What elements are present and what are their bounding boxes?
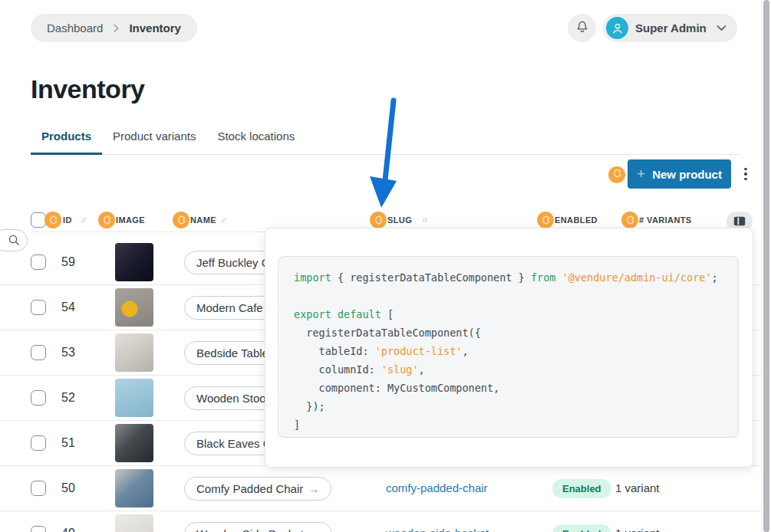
product-image[interactable] bbox=[115, 243, 153, 281]
cell-id: 53 bbox=[61, 346, 75, 360]
cell-variants: 1 variant bbox=[615, 527, 660, 532]
new-product-label: New product bbox=[652, 168, 722, 181]
code-line: registerDataTableComponent({ bbox=[294, 323, 723, 342]
component-location-badge-name[interactable] bbox=[173, 212, 189, 228]
search-icon bbox=[8, 234, 21, 247]
product-image[interactable] bbox=[115, 288, 153, 327]
chevron-right-icon bbox=[112, 24, 120, 33]
table-row: 50Comfy Padded Chair→comfy-padded-chairE… bbox=[0, 466, 771, 511]
row-checkbox[interactable] bbox=[31, 435, 46, 451]
column-header-id[interactable]: ID bbox=[63, 215, 72, 225]
code-line bbox=[294, 287, 723, 305]
cell-id: 50 bbox=[61, 481, 75, 495]
code-line: component: MyCustomComponent, bbox=[294, 379, 723, 397]
page-title: Inventory bbox=[31, 74, 145, 104]
table-row: 49Wooden Side Basket→wooden-side-basketE… bbox=[0, 511, 771, 532]
product-name-label: Modern Cafe C bbox=[196, 301, 275, 314]
product-image[interactable] bbox=[115, 333, 153, 372]
product-image[interactable] bbox=[115, 469, 153, 507]
more-actions-button[interactable] bbox=[740, 163, 752, 186]
code-line: columnId: 'slug', bbox=[294, 360, 723, 379]
tab-product-variants[interactable]: Product variants bbox=[102, 125, 206, 154]
code-line: import { registerDataTableComponent } fr… bbox=[294, 268, 723, 287]
column-header-enabled: ENABLED bbox=[555, 215, 598, 225]
row-checkbox[interactable] bbox=[31, 300, 46, 315]
column-header-variants: # VARIANTS bbox=[639, 215, 692, 225]
column-header-image: IMAGE bbox=[116, 215, 145, 225]
row-checkbox[interactable] bbox=[31, 526, 46, 532]
cell-id: 59 bbox=[61, 255, 75, 269]
product-name-label: Wooden Stool bbox=[196, 392, 269, 405]
code-popup: import { registerDataTableComponent } fr… bbox=[265, 228, 753, 468]
user-menu[interactable]: Super Admin bbox=[603, 14, 737, 42]
component-location-badge-enabled[interactable] bbox=[537, 212, 554, 228]
code-line: export default [ bbox=[294, 305, 723, 323]
tab-products[interactable]: Products bbox=[31, 125, 102, 155]
sort-icon-id[interactable]: ↓↑ bbox=[81, 215, 85, 224]
product-name-label: Jeff Buckley G bbox=[196, 256, 270, 269]
product-name-label: Comfy Padded Chair bbox=[196, 482, 303, 495]
columns-icon bbox=[733, 216, 746, 226]
row-checkbox[interactable] bbox=[31, 345, 46, 360]
product-image[interactable] bbox=[115, 424, 153, 462]
chevron-down-icon bbox=[717, 25, 727, 31]
notifications-button[interactable] bbox=[568, 14, 596, 42]
tab-stock-locations[interactable]: Stock locations bbox=[206, 125, 305, 154]
component-location-badge-image[interactable] bbox=[98, 212, 115, 228]
new-product-button[interactable]: + New product bbox=[628, 159, 731, 189]
arrow-right-icon: → bbox=[309, 528, 320, 532]
cell-id: 51 bbox=[61, 436, 75, 450]
code-block: import { registerDataTableComponent } fr… bbox=[278, 256, 739, 438]
sort-icon-name[interactable]: ↓↑ bbox=[221, 215, 226, 224]
code-line: tableId: 'product-list', bbox=[294, 342, 723, 360]
column-header-name[interactable]: NAME bbox=[190, 215, 216, 225]
product-name-label: Bedside Table bbox=[196, 346, 269, 360]
row-checkbox[interactable] bbox=[31, 390, 46, 406]
code-line: }); bbox=[294, 397, 723, 415]
breadcrumb-inventory: Inventory bbox=[129, 21, 181, 34]
status-badge: Enabled bbox=[552, 479, 611, 498]
row-checkbox[interactable] bbox=[31, 481, 46, 496]
scrollbar[interactable] bbox=[761, 0, 771, 532]
plus-icon: + bbox=[637, 166, 645, 182]
tab-bar: ProductsProduct variantsStock locations bbox=[31, 125, 740, 155]
avatar bbox=[606, 17, 628, 39]
select-all-checkbox[interactable] bbox=[31, 212, 46, 228]
breadcrumb[interactable]: Dashboard Inventory bbox=[31, 14, 197, 42]
component-location-badge-slug[interactable] bbox=[370, 212, 387, 228]
user-name: Super Admin bbox=[635, 21, 707, 34]
row-checkbox[interactable] bbox=[31, 255, 46, 270]
product-name-link[interactable]: Comfy Padded Chair→ bbox=[184, 477, 331, 501]
cell-slug-link[interactable]: comfy-padded-chair bbox=[386, 481, 488, 494]
puzzle-icon bbox=[612, 168, 622, 182]
code-line: ] bbox=[294, 415, 723, 434]
product-name-link[interactable]: Wooden Side Basket→ bbox=[184, 522, 332, 532]
component-location-badge-variants[interactable] bbox=[621, 212, 638, 228]
column-header-slug[interactable]: SLUG bbox=[387, 215, 412, 225]
status-badge: Enabled bbox=[552, 524, 611, 532]
sort-icon-slug[interactable]: ↓↑ bbox=[422, 215, 427, 224]
cell-id: 49 bbox=[61, 527, 75, 532]
bell-icon bbox=[575, 20, 589, 37]
product-image[interactable] bbox=[115, 514, 153, 532]
cell-slug-link[interactable]: wooden-side-basket bbox=[386, 527, 489, 532]
product-image[interactable] bbox=[115, 379, 153, 417]
scrollbar-thumb[interactable] bbox=[763, 0, 769, 532]
cell-id: 54 bbox=[61, 300, 75, 314]
component-location-badge-id[interactable] bbox=[44, 212, 61, 228]
cell-id: 52 bbox=[61, 391, 75, 405]
search-button[interactable] bbox=[0, 229, 28, 251]
arrow-right-icon: → bbox=[308, 483, 319, 495]
cell-variants: 1 variant bbox=[615, 481, 660, 494]
breadcrumb-dashboard[interactable]: Dashboard bbox=[47, 21, 103, 34]
product-name-label: Wooden Side Basket bbox=[196, 527, 304, 532]
product-name-label: Black Eaves C bbox=[196, 437, 272, 450]
component-location-badge-new-product[interactable] bbox=[608, 166, 625, 183]
